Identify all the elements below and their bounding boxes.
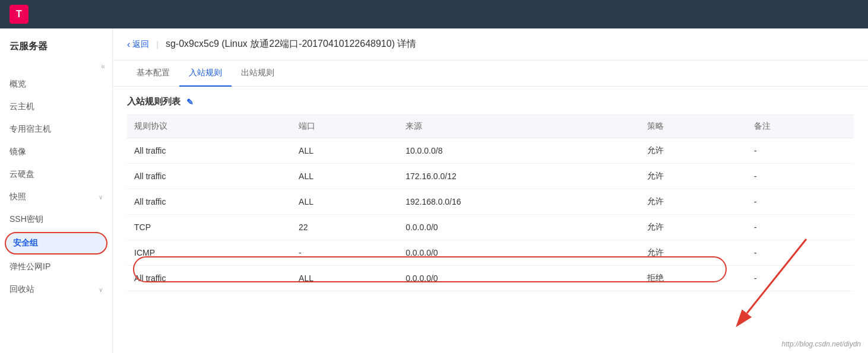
watermark: http://blog.csdn.net/diydn <box>782 340 861 348</box>
sidebar-item-ssh[interactable]: SSH密钥 <box>0 208 112 231</box>
content-area: ‹ 返回 | sg-0x9cx5c9 (Linux 放通22端口-2017041… <box>113 28 868 353</box>
tabs: 基本配置 入站规则 出站规则 <box>113 61 868 87</box>
table-cell: All traffic <box>127 164 292 189</box>
table-cell: All traffic <box>127 266 292 291</box>
sidebar-item-image[interactable]: 镜像 <box>0 141 112 163</box>
sidebar: 云服务器 « 概览 云主机 专用宿主机 镜像 云硬盘 快照 SSH密钥 安全组 … <box>0 28 113 353</box>
table-cell: - <box>747 266 854 291</box>
chevron-down-icon <box>99 193 103 201</box>
table-row: All trafficALL0.0.0.0/0拒绝- <box>127 266 854 291</box>
top-bar: T <box>0 0 868 28</box>
table-header-row: 规则协议 端口 来源 策略 备注 <box>127 115 854 138</box>
table-row: All trafficALL172.16.0.0/12允许- <box>127 164 854 189</box>
table-cell: 允许 <box>640 189 747 215</box>
table-row: All trafficALL10.0.0.0/8允许- <box>127 138 854 164</box>
col-remark: 备注 <box>747 115 854 138</box>
section-title: 入站规则列表 ✎ <box>127 96 854 107</box>
table-cell: TCP <box>127 215 292 240</box>
table-wrapper: 规则协议 端口 来源 策略 备注 All trafficALL10.0.0.0/… <box>127 115 854 291</box>
edit-icon[interactable]: ✎ <box>186 97 194 107</box>
sidebar-item-label: SSH密钥 <box>9 214 103 225</box>
table-cell: 允许 <box>640 164 747 189</box>
tab-outbound[interactable]: 出站规则 <box>232 61 284 87</box>
sidebar-item-label: 概览 <box>9 79 103 90</box>
col-policy: 策略 <box>640 115 747 138</box>
table-row: TCP220.0.0.0/0允许- <box>127 215 854 240</box>
sidebar-item-security[interactable]: 安全组 <box>5 232 107 255</box>
divider: | <box>156 40 159 49</box>
col-source: 来源 <box>398 115 640 138</box>
table-cell: 允许 <box>640 240 747 266</box>
table-row: All trafficALL192.168.0.0/16允许- <box>127 189 854 215</box>
table-cell: 172.16.0.0/12 <box>398 164 640 189</box>
table-cell: 192.168.0.0/16 <box>398 189 640 215</box>
sidebar-item-dedicated[interactable]: 专用宿主机 <box>0 118 112 141</box>
col-port: 端口 <box>292 115 398 138</box>
sidebar-item-label: 专用宿主机 <box>9 124 103 135</box>
back-label: 返回 <box>132 39 149 50</box>
table-cell: 0.0.0.0/0 <box>398 266 640 291</box>
table-cell: ALL <box>292 189 398 215</box>
table-row: ICMP-0.0.0.0/0允许- <box>127 240 854 266</box>
table-cell: 允许 <box>640 138 747 164</box>
sidebar-item-recycle[interactable]: 回收站 <box>0 278 112 301</box>
sidebar-item-label: 云硬盘 <box>9 169 103 180</box>
sidebar-item-label: 快照 <box>9 192 99 202</box>
collapse-button[interactable]: « <box>0 60 112 73</box>
table-cell: 0.0.0.0/0 <box>398 215 640 240</box>
sidebar-item-overview[interactable]: 概览 <box>0 73 112 96</box>
table-cell: ICMP <box>127 240 292 266</box>
table-cell: - <box>747 189 854 215</box>
table-cell: - <box>747 164 854 189</box>
main-layout: 云服务器 « 概览 云主机 专用宿主机 镜像 云硬盘 快照 SSH密钥 安全组 … <box>0 28 868 353</box>
table-cell: 0.0.0.0/0 <box>398 240 640 266</box>
table-cell: 拒绝 <box>640 266 747 291</box>
table-cell: 允许 <box>640 215 747 240</box>
sidebar-item-label: 云主机 <box>9 101 103 112</box>
table-cell: ALL <box>292 164 398 189</box>
table-cell: ALL <box>292 266 398 291</box>
table-cell: All traffic <box>127 138 292 164</box>
page-title: sg-0x9cx5c9 (Linux 放通22端口-20170410122648… <box>166 38 416 50</box>
sidebar-item-snapshot[interactable]: 快照 <box>0 186 112 208</box>
table-cell: - <box>292 240 398 266</box>
back-button[interactable]: ‹ 返回 <box>127 39 149 50</box>
back-arrow-icon: ‹ <box>127 39 130 50</box>
tab-inbound[interactable]: 入站规则 <box>179 61 232 87</box>
sidebar-item-disk[interactable]: 云硬盘 <box>0 163 112 186</box>
section-title-text: 入站规则列表 <box>127 96 180 107</box>
table-cell: 22 <box>292 215 398 240</box>
inbound-section: 入站规则列表 ✎ 规则协议 端口 来源 策略 备注 <box>113 87 868 301</box>
table-cell: - <box>747 215 854 240</box>
col-protocol: 规则协议 <box>127 115 292 138</box>
sidebar-item-label: 安全组 <box>13 238 99 249</box>
sidebar-title: 云服务器 <box>0 28 112 60</box>
table-cell: 10.0.0.0/8 <box>398 138 640 164</box>
logo-icon: T <box>9 5 28 24</box>
sidebar-item-label: 回收站 <box>9 284 99 295</box>
sidebar-item-vm[interactable]: 云主机 <box>0 96 112 118</box>
table-cell: - <box>747 240 854 266</box>
page-header: ‹ 返回 | sg-0x9cx5c9 (Linux 放通22端口-2017041… <box>113 28 868 61</box>
table-cell: All traffic <box>127 189 292 215</box>
sidebar-item-eip[interactable]: 弹性公网IP <box>0 256 112 278</box>
sidebar-item-label: 弹性公网IP <box>9 262 103 272</box>
chevron-down-icon <box>99 285 103 294</box>
rule-table: 规则协议 端口 来源 策略 备注 All trafficALL10.0.0.0/… <box>127 115 854 291</box>
table-cell: ALL <box>292 138 398 164</box>
sidebar-item-label: 镜像 <box>9 147 103 157</box>
table-cell: - <box>747 138 854 164</box>
tab-basic[interactable]: 基本配置 <box>127 61 179 87</box>
